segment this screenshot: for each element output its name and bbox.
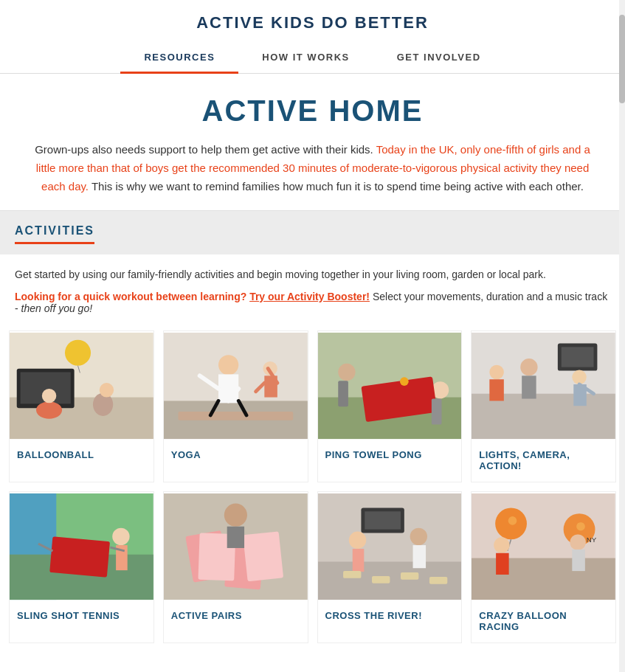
svg-point-35 [490,364,504,378]
svg-rect-12 [178,412,293,420]
activity-card-crazy-balloon-racing[interactable]: NY CRAZY BALLOON RACING [471,491,616,643]
activity-label-active-pairs: ACTIVE PAIRS [164,601,308,631]
main-nav: RESOURCES HOW IT WORKS GET INVOLVED [0,41,625,74]
booster-line-end-italic: then off you go! [21,302,93,314]
svg-rect-38 [522,375,536,398]
svg-rect-56 [227,526,244,547]
activity-image-cross-the-river [318,492,462,601]
svg-point-61 [348,531,365,548]
activity-label-ping-towel-pong: PING TOWEL PONG [318,440,462,471]
activity-booster-line: Looking for a quick workout between lear… [0,286,625,326]
site-header: ACTIVE KIDS DO BETTER RESOURCES HOW IT W… [0,0,625,74]
page-description: Grown-ups also needs support to help the… [32,141,593,195]
activities-header: ACTIVITIES [0,211,625,254]
svg-point-45 [112,527,129,544]
svg-point-36 [520,358,537,375]
svg-rect-65 [343,571,361,578]
svg-point-55 [224,503,247,526]
description-text-1: Grown-ups also needs support to help the… [35,143,376,156]
activities-desc-text: Get started by using our family-friendly… [15,269,546,280]
activity-card-yoga[interactable]: YOGA [163,330,308,482]
activity-image-crazy-balloon-racing: NY [472,492,615,601]
activity-card-balloonball[interactable]: BALLOONBALL [9,330,154,482]
svg-rect-75 [496,553,509,574]
activity-card-active-pairs[interactable]: ACTIVE PAIRS [163,491,308,643]
svg-point-28 [400,377,409,386]
activity-image-ping-towel-pong [318,331,462,440]
nav-item-get-involved[interactable]: GET INVOLVED [373,41,505,73]
svg-point-72 [508,516,517,525]
activity-label-lights-camera-action: LIGHTS, CAMERA, ACTION! [472,440,615,482]
svg-point-6 [36,401,62,418]
activity-label-balloonball: BALLOONBALL [10,440,153,471]
svg-rect-68 [429,577,446,584]
svg-rect-67 [400,572,418,580]
activity-image-lights-camera-action [472,331,615,440]
svg-point-8 [42,389,56,403]
page-heading: ACTIVE HOME [15,94,610,128]
activity-label-yoga: YOGA [164,440,308,471]
activity-card-lights-camera-action[interactable]: LIGHTS, CAMERA, ACTION! [471,330,616,482]
svg-rect-66 [372,576,390,583]
site-title: ACTIVE KIDS DO BETTER [0,13,625,32]
svg-rect-59 [365,511,401,529]
svg-rect-80 [573,550,586,571]
activity-card-ping-towel-pong[interactable]: PING TOWEL PONG [317,330,463,482]
page-heading-section: ACTIVE HOME Grown-ups also needs support… [0,74,625,211]
svg-rect-54 [243,531,283,581]
svg-rect-62 [352,549,364,572]
activity-label-cross-the-river: CROSS THE RIVER! [318,601,462,631]
scrollbar[interactable] [619,0,625,648]
svg-point-63 [410,527,427,544]
scrollbar-thumb[interactable] [619,15,625,103]
activity-card-sling-shot-tennis[interactable]: SLING SHOT TENNIS [9,491,154,643]
activity-image-yoga [164,331,308,440]
svg-text:NY: NY [587,536,597,544]
activities-description: Get started by using our family-friendly… [0,254,625,285]
activity-grid: BALLOONBALL YOGA PING TOWEL PONG L [0,326,625,648]
svg-rect-37 [490,379,504,401]
svg-rect-70 [472,558,615,599]
svg-point-9 [100,383,114,397]
svg-point-7 [93,392,113,415]
nav-item-how-it-works[interactable]: HOW IT WORKS [238,41,373,73]
svg-point-26 [338,363,355,380]
svg-point-39 [573,370,587,384]
activity-image-active-pairs [164,492,308,601]
svg-rect-64 [412,545,426,568]
svg-rect-33 [562,347,594,367]
activity-image-sling-shot-tennis [10,492,153,601]
svg-point-74 [494,537,509,553]
activity-card-cross-the-river[interactable]: CROSS THE RIVER! [317,491,463,643]
booster-line-start: Looking for a quick workout between lear… [15,291,246,302]
svg-point-4 [65,339,91,365]
svg-point-79 [570,534,586,550]
svg-rect-47 [49,536,110,577]
activity-label-sling-shot-tennis: SLING SHOT TENNIS [10,601,153,631]
nav-item-resources[interactable]: RESOURCES [120,41,238,73]
description-text-2: This is why we want to remind families h… [89,180,584,193]
activity-image-balloonball [10,331,153,440]
activity-label-crazy-balloon-racing: CRAZY BALLOON RACING [472,601,615,642]
activities-section-title: ACTIVITIES [15,224,94,244]
booster-link[interactable]: Try our Activity Booster! [249,291,370,302]
svg-point-13 [218,355,238,375]
svg-rect-30 [431,398,441,424]
svg-point-77 [576,522,585,531]
svg-rect-29 [338,381,348,406]
